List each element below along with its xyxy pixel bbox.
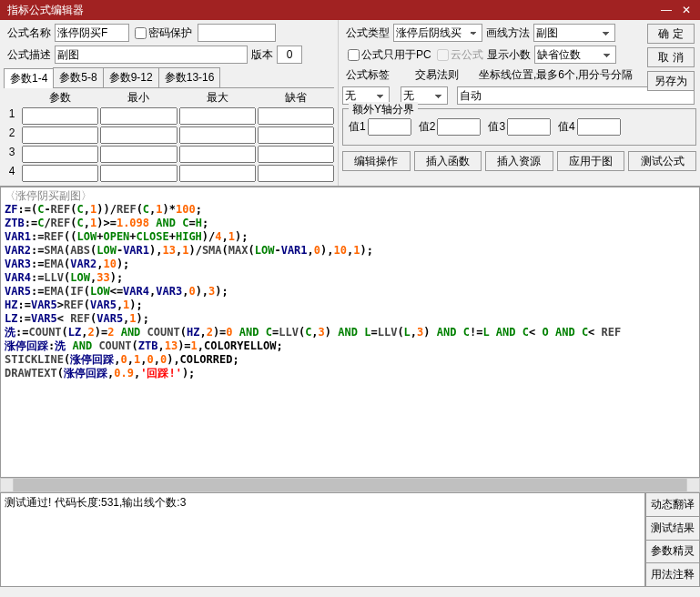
type-select[interactable]: 涨停后阴线买	[393, 24, 482, 42]
p4-name[interactable]	[22, 165, 98, 182]
y4-input[interactable]	[577, 118, 621, 136]
left-panel: 公式名称 密码保护 公式描述 版本 参数1-4 参数5-8 参数9-12 参数1…	[0, 20, 339, 186]
right-panel: 确 定 取 消 另存为 公式类型 涨停后阴线买 画线方法 副图 公式只用于PC …	[339, 20, 700, 186]
code-editor[interactable]: 〈涨停阴买副图〉 ZF:=(C-REF(C,1))/REF(C,1)*100; …	[0, 187, 700, 478]
draw-label: 画线方法	[486, 25, 530, 41]
cloud-checkbox	[437, 49, 449, 61]
cloud: 云公式	[431, 47, 483, 63]
y1-input[interactable]	[368, 118, 411, 136]
ins-res-button[interactable]: 插入资源	[485, 151, 553, 171]
p1-max[interactable]	[179, 107, 256, 125]
p3-min[interactable]	[100, 146, 177, 163]
saveas-button[interactable]: 另存为	[647, 71, 695, 91]
y2-input[interactable]	[437, 118, 481, 136]
dec-label: 显示小数	[487, 47, 531, 63]
p2-name[interactable]	[22, 126, 98, 144]
side-usage[interactable]: 用法注释	[645, 563, 700, 587]
param-hd-name: 参数	[22, 90, 98, 106]
side-test-result[interactable]: 测试结果	[645, 517, 700, 541]
p3-name[interactable]	[22, 146, 98, 163]
minimize-icon[interactable]: —	[656, 4, 676, 16]
p2-def[interactable]	[258, 126, 334, 144]
tab-params-13-16[interactable]: 参数13-16	[158, 67, 221, 87]
y-axis-legend: 额外Y轴分界	[349, 102, 418, 117]
close-icon[interactable]: ✕	[676, 4, 696, 16]
y3-input[interactable]	[507, 118, 551, 136]
p4-def[interactable]	[258, 165, 334, 182]
h-scrollbar[interactable]	[0, 478, 700, 492]
side-translate[interactable]: 动态翻译	[645, 492, 700, 517]
tab-params-5-8[interactable]: 参数5-8	[53, 67, 103, 87]
name-label: 公式名称	[7, 25, 51, 41]
bottom-panel: 测试通过! 代码长度:531,输出线个数:3 动态翻译 测试结果 参数精灵 用法…	[0, 492, 700, 587]
p1-name[interactable]	[22, 107, 98, 125]
window-title: 指标公式编辑器	[4, 3, 656, 18]
desc-label: 公式描述	[7, 47, 51, 63]
side-buttons: 动态翻译 测试结果 参数精灵 用法注释	[645, 492, 700, 587]
test-button[interactable]: 测试公式	[628, 151, 696, 171]
apply-button[interactable]: 应用于图	[557, 151, 625, 171]
param-tabs: 参数1-4 参数5-8 参数9-12 参数13-16	[4, 67, 334, 88]
ok-button[interactable]: 确 定	[647, 24, 695, 44]
cancel-button[interactable]: 取 消	[647, 47, 695, 67]
dec-select[interactable]: 缺省位数	[534, 46, 616, 64]
trade-label: 交易法则	[415, 67, 459, 83]
name-input[interactable]	[55, 24, 129, 42]
pwd-input[interactable]	[198, 24, 276, 42]
param-hd-def: 缺省	[258, 90, 334, 106]
edit-op-button[interactable]: 编辑操作	[342, 151, 411, 171]
draw-select[interactable]: 副图	[533, 24, 615, 42]
top-panel: 公式名称 密码保护 公式描述 版本 参数1-4 参数5-8 参数9-12 参数1…	[0, 20, 700, 187]
ins-fn-button[interactable]: 插入函数	[414, 151, 482, 171]
pwd-checkbox[interactable]	[135, 27, 147, 39]
p2-min[interactable]	[100, 126, 177, 144]
param-hd-min: 最小	[100, 90, 177, 106]
p1-def[interactable]	[258, 107, 334, 125]
p3-def[interactable]	[258, 146, 334, 163]
desc-input[interactable]	[55, 46, 248, 64]
pwd-label[interactable]: 密码保护	[129, 25, 192, 41]
pc-only-checkbox[interactable]	[348, 49, 360, 61]
type-label: 公式类型	[346, 25, 390, 41]
p1-min[interactable]	[100, 107, 177, 125]
pc-only[interactable]: 公式只用于PC	[342, 47, 431, 63]
p4-min[interactable]	[100, 165, 177, 182]
ver-input[interactable]	[277, 46, 302, 64]
param-hd-max: 最大	[179, 90, 256, 106]
tag-label: 公式标签	[346, 67, 390, 83]
p2-max[interactable]	[179, 126, 256, 144]
status-text: 测试通过! 代码长度:531,输出线个数:3	[0, 492, 645, 587]
p4-max[interactable]	[179, 165, 256, 182]
scroll-thumb[interactable]	[14, 479, 686, 491]
coord-label: 坐标线位置,最多6个,用分号分隔	[479, 67, 633, 83]
param-grid: 参数 最小 最大 缺省 1 2 3 4	[4, 90, 334, 182]
scroll-left-icon[interactable]	[1, 479, 14, 491]
ver-label: 版本	[251, 47, 273, 63]
tab-params-9-12[interactable]: 参数9-12	[103, 67, 159, 87]
y-axis-group: 额外Y轴分界 值1 值2 值3 值4	[342, 108, 696, 146]
titlebar: 指标公式编辑器 — ✕	[0, 0, 700, 20]
p3-max[interactable]	[179, 146, 256, 163]
scroll-right-icon[interactable]	[686, 479, 699, 491]
side-param-wizard[interactable]: 参数精灵	[645, 541, 700, 564]
tab-params-1-4[interactable]: 参数1-4	[4, 68, 54, 88]
